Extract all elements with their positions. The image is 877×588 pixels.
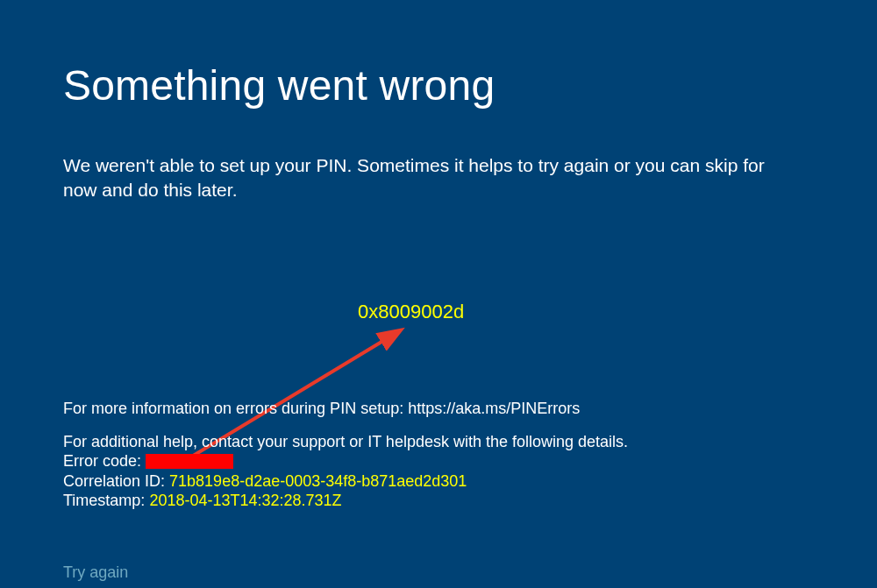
try-again-link[interactable]: Try again <box>63 563 128 582</box>
error-message: We weren't able to set up your PIN. Some… <box>63 153 791 203</box>
correlation-id-label: Correlation ID: <box>63 472 165 490</box>
error-code-annotation: 0x8009002d <box>358 301 464 323</box>
timestamp-line: Timestamp: 2018-04-13T14:32:28.731Z <box>63 491 628 511</box>
error-code-line: Error code: <box>63 451 628 471</box>
help-text: For additional help, contact your suppor… <box>63 432 628 452</box>
timestamp-label: Timestamp: <box>63 492 145 509</box>
timestamp-value: 2018-04-13T14:32:28.731Z <box>149 492 341 509</box>
correlation-id-value: 71b819e8-d2ae-0003-34f8-b871aed2d301 <box>169 472 467 490</box>
error-code-redacted <box>146 454 233 469</box>
page-title: Something went wrong <box>63 61 814 110</box>
error-details-section: For more information on errors during PI… <box>63 399 628 511</box>
more-info-text: For more information on errors during PI… <box>63 399 628 419</box>
correlation-id-line: Correlation ID: 71b819e8-d2ae-0003-34f8-… <box>63 471 628 492</box>
error-code-label: Error code: <box>63 452 141 470</box>
